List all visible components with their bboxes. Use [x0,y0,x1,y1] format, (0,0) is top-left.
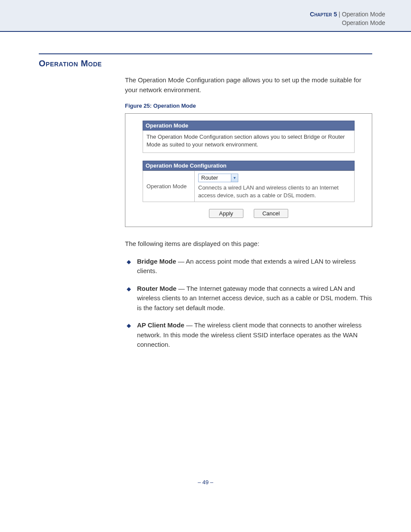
followup-paragraph: The following items are displayed on thi… [125,239,372,249]
config-table: Operation Mode Router▾ Connects a wired … [143,171,355,202]
table-row: Operation Mode Router▾ Connects a wired … [143,171,355,202]
figure-screenshot: Operation Mode The Operation Mode Config… [125,113,372,227]
breadcrumb-level1: Operation Mode [342,11,385,18]
operation-mode-cell: Router▾ Connects a wired LAN and wireles… [195,171,355,202]
breadcrumb-separator: | [337,11,342,18]
page-footer: – 49 – [39,479,372,498]
panel-title-bar: Operation Mode [143,121,355,131]
list-item: AP Client Mode — The wireless client mod… [125,320,372,350]
operation-mode-label: Operation Mode [143,171,195,202]
figure-caption: Figure 25: Operation Mode [125,103,372,109]
mode-list: Bridge Mode — An access point mode that … [125,257,372,350]
item-name: Bridge Mode [137,258,176,265]
button-row: Apply Cancel [143,209,355,218]
section-heading: Operation Mode [39,59,372,68]
header-breadcrumb: Chapter 5 | Operation Mode Operation Mod… [310,10,385,27]
cancel-button[interactable]: Cancel [254,209,288,218]
chevron-down-icon: ▾ [231,174,238,182]
section-rule [39,53,372,54]
list-item: Router Mode — The Internet gateway mode … [125,284,372,313]
list-item: Bridge Mode — An access point mode that … [125,257,372,276]
item-name: AP Client Mode [137,321,184,329]
panel-description: The Operation Mode Configuration section… [143,131,355,153]
breadcrumb-level2: Operation Mode [310,19,385,28]
operation-mode-hint: Connects a wired LAN and wireless client… [198,184,351,199]
page-header: Chapter 5 | Operation Mode Operation Mod… [0,0,411,32]
config-title-bar: Operation Mode Configuration [143,161,355,171]
chapter-label: Chapter 5 [310,11,337,18]
item-name: Router Mode [137,285,177,292]
operation-mode-select[interactable]: Router▾ [198,174,238,182]
select-value: Router [199,174,231,181]
apply-button[interactable]: Apply [209,209,243,218]
intro-paragraph: The Operation Mode Configuration page al… [125,75,372,95]
